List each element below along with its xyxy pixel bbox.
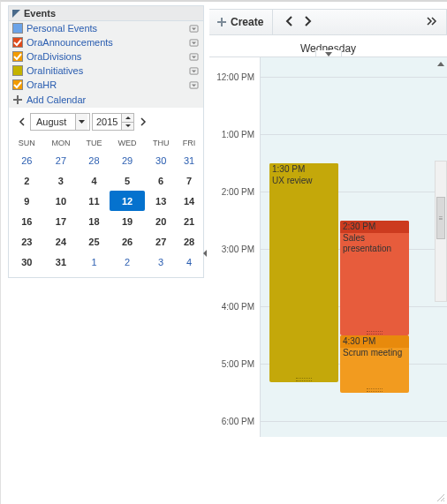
svg-marker-2: [192, 27, 196, 30]
mini-day-cell[interactable]: 19: [110, 211, 145, 231]
svg-marker-19: [325, 52, 332, 56]
toolbar-overflow-button[interactable]: [421, 17, 443, 27]
calendar-item[interactable]: OraDivisions: [9, 49, 203, 64]
calendar-color-swatch[interactable]: [12, 65, 23, 76]
mini-day-cell[interactable]: 16: [11, 211, 43, 231]
mini-day-cell[interactable]: 7: [177, 170, 201, 191]
calendar-event[interactable]: 1:30 PMUX review: [269, 163, 338, 383]
calendar-menu-button[interactable]: [188, 66, 200, 76]
calendar-color-swatch[interactable]: [12, 51, 23, 62]
day-next-button[interactable]: [305, 16, 312, 28]
plus-icon: [216, 17, 227, 27]
calendar-item[interactable]: OraAnnouncements: [9, 35, 203, 49]
mini-day-cell[interactable]: 14: [177, 191, 201, 211]
vertical-scrollbar[interactable]: [435, 161, 447, 302]
calendar-label[interactable]: OraDivisions: [27, 50, 185, 63]
mini-day-cell[interactable]: 4: [79, 170, 110, 191]
add-calendar[interactable]: Add Calendar: [9, 92, 203, 108]
event-time: 4:30 PM: [343, 336, 375, 346]
time-label: 2:00 PM: [222, 187, 254, 197]
mini-day-cell[interactable]: 25: [79, 231, 110, 252]
calendar-menu-button[interactable]: [188, 24, 200, 34]
mini-day-cell[interactable]: 28: [177, 231, 201, 252]
calendar-menu-button[interactable]: [188, 80, 200, 90]
calendar-label[interactable]: OraAnnouncements: [27, 36, 185, 49]
mini-day-cell[interactable]: 31: [177, 150, 201, 170]
create-button[interactable]: Create: [209, 10, 273, 34]
mini-day-cell[interactable]: 26: [11, 150, 43, 170]
event-header: 2:30 PM: [340, 221, 409, 233]
event-resize-handle[interactable]: [340, 387, 409, 393]
scrollbar-thumb[interactable]: [436, 197, 445, 239]
calendar-menu-button[interactable]: [188, 38, 200, 48]
calendar-event[interactable]: 4:30 PMScrum meeting: [340, 335, 409, 393]
mini-day-cell[interactable]: 21: [177, 211, 201, 231]
event-resize-handle[interactable]: [269, 377, 338, 382]
calendar-item[interactable]: OraHR: [9, 78, 203, 92]
mini-day-cell[interactable]: 17: [43, 211, 79, 231]
svg-marker-10: [192, 84, 196, 87]
calendar-item[interactable]: Personal Events: [9, 21, 203, 35]
time-label: 6:00 PM: [222, 417, 254, 426]
year-up[interactable]: [122, 114, 133, 123]
year-spinner[interactable]: [122, 113, 134, 131]
day-prev-button[interactable]: [285, 16, 292, 28]
mini-day-cell[interactable]: 23: [11, 231, 43, 252]
mini-prev-button[interactable]: [14, 114, 28, 130]
mini-day-cell[interactable]: 27: [43, 150, 79, 170]
dropdown-icon[interactable]: [75, 114, 87, 130]
event-time: 1:30 PM: [272, 164, 305, 174]
year-down[interactable]: [122, 123, 133, 131]
chevron-left-icon: [285, 16, 292, 26]
time-slots[interactable]: 1:30 PMUX review2:30 PMSales presentatio…: [261, 57, 447, 437]
day-view: Create Wednesday 12:00 PM1:00 PM2:00 PM3…: [209, 2, 447, 504]
resize-grip[interactable]: [435, 492, 445, 502]
hour-line: [261, 134, 447, 135]
month-select[interactable]: August: [30, 113, 90, 131]
calendar-color-swatch[interactable]: [12, 37, 23, 48]
mini-day-cell[interactable]: 5: [110, 170, 145, 191]
mini-day-cell[interactable]: 27: [145, 231, 177, 252]
mini-day-cell[interactable]: 31: [43, 252, 79, 272]
mini-day-cell[interactable]: 18: [79, 211, 110, 231]
events-header[interactable]: Events: [9, 6, 203, 21]
mini-day-cell[interactable]: 2: [110, 252, 145, 272]
mini-day-cell[interactable]: 3: [145, 252, 177, 272]
mini-day-cell[interactable]: 13: [145, 191, 177, 211]
weekday-header: FRI: [177, 136, 201, 150]
mini-day-cell[interactable]: 11: [79, 191, 110, 211]
toolbar: Create: [209, 9, 447, 35]
mini-day-cell[interactable]: 20: [145, 211, 177, 231]
mini-day-cell[interactable]: 28: [79, 150, 110, 170]
time-grid: 12:00 PM1:00 PM2:00 PM3:00 PM4:00 PM5:00…: [209, 57, 447, 437]
mini-day-cell[interactable]: 26: [110, 231, 145, 252]
mini-day-cell[interactable]: 4: [177, 252, 201, 272]
calendar-item[interactable]: OraInitiatives: [9, 64, 203, 78]
splitter-handle[interactable]: [202, 243, 208, 264]
mini-day-cell[interactable]: 30: [145, 150, 177, 170]
mini-day-cell[interactable]: 24: [43, 231, 79, 252]
calendar-event[interactable]: 2:30 PMSales presentation: [340, 221, 409, 335]
mini-day-cell[interactable]: 6: [145, 170, 177, 191]
mini-next-button[interactable]: [136, 114, 150, 130]
calendar-color-swatch[interactable]: [12, 79, 23, 90]
allday-expand-button[interactable]: [315, 50, 342, 57]
mini-day-cell[interactable]: 9: [11, 191, 43, 211]
mini-day-cell[interactable]: 2: [11, 170, 43, 191]
mini-day-cell[interactable]: 3: [43, 170, 79, 191]
calendar-label[interactable]: Personal Events: [27, 22, 185, 34]
year-value: 2015: [92, 113, 122, 131]
mini-day-cell[interactable]: 12: [110, 191, 145, 211]
calendar-color-swatch[interactable]: [12, 23, 23, 34]
mini-day-cell[interactable]: 29: [110, 150, 145, 170]
calendar-label[interactable]: OraInitiatives: [27, 64, 185, 77]
event-resize-handle[interactable]: [340, 330, 409, 335]
mini-day-cell[interactable]: 10: [43, 191, 79, 211]
calendar-label[interactable]: OraHR: [27, 79, 185, 91]
mini-day-cell[interactable]: 30: [11, 252, 43, 272]
mini-day-cell[interactable]: 1: [79, 252, 110, 272]
calendar-menu-button[interactable]: [188, 52, 200, 62]
event-time: 2:30 PM: [343, 222, 375, 231]
collapse-icon: [12, 10, 20, 18]
scroll-up-button[interactable]: [436, 59, 445, 68]
